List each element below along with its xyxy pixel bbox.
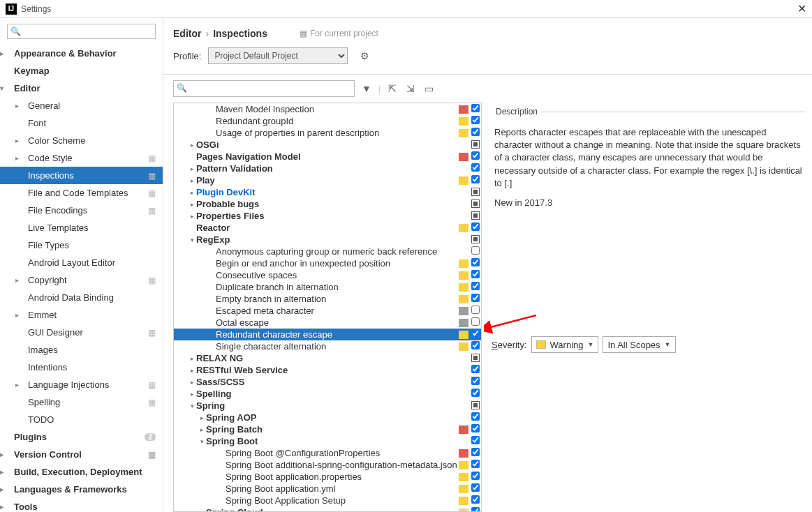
- collapse-icon[interactable]: ⇲: [404, 83, 417, 94]
- sidebar-item-todo[interactable]: TODO: [0, 411, 163, 428]
- inspection-item[interactable]: Usage of properties in parent descriptio…: [174, 127, 481, 139]
- sidebar-item-language-injections[interactable]: ▸Language Injections▦: [0, 376, 163, 393]
- inspection-checkbox[interactable]: [471, 317, 480, 326]
- inspection-item[interactable]: ▾Spring: [174, 400, 481, 412]
- inspection-checkbox[interactable]: [471, 104, 480, 112]
- settings-tree[interactable]: ▸Appearance & BehaviorKeymap▾Editor▸Gene…: [0, 45, 163, 512]
- reset-icon[interactable]: ▭: [422, 83, 435, 94]
- inspection-item[interactable]: ▸Play: [174, 174, 481, 186]
- sidebar-item-file-types[interactable]: File Types: [0, 236, 163, 254]
- sidebar-item-font[interactable]: Font: [0, 114, 163, 132]
- inspection-item[interactable]: ▸Probable bugs: [174, 198, 481, 210]
- inspection-checkbox[interactable]: [471, 116, 480, 124]
- inspection-item[interactable]: ▸Spring AOP: [174, 412, 481, 423]
- inspection-checkbox[interactable]: [471, 306, 480, 314]
- sidebar-item-intentions[interactable]: Intentions: [0, 359, 163, 376]
- inspection-item[interactable]: Redundant groupId: [174, 115, 481, 127]
- inspection-item[interactable]: Octal escape: [174, 317, 481, 329]
- inspection-checkbox[interactable]: [471, 258, 480, 266]
- inspection-checkbox[interactable]: [471, 365, 480, 373]
- inspection-item[interactable]: Redundant character escape: [174, 329, 481, 340]
- inspection-item[interactable]: ▸Spring Batch: [174, 423, 481, 435]
- inspection-checkbox[interactable]: [471, 223, 480, 231]
- inspection-checkbox[interactable]: [471, 128, 480, 136]
- inspection-item[interactable]: Spring Boot application.properties: [174, 471, 481, 483]
- expand-icon[interactable]: ⇱: [386, 83, 399, 94]
- checkbox-mixed[interactable]: [471, 401, 480, 409]
- sidebar-item-general[interactable]: ▸General: [0, 97, 163, 114]
- inspection-item[interactable]: ▸RELAX NG: [174, 352, 481, 364]
- sidebar-item-keymap[interactable]: Keymap: [0, 62, 163, 80]
- sidebar-item-tools[interactable]: ▸Tools: [0, 498, 163, 512]
- inspection-item[interactable]: Reactor: [174, 222, 481, 234]
- inspection-checkbox[interactable]: [471, 341, 480, 349]
- inspection-item[interactable]: Spring Boot application.yml: [174, 483, 481, 495]
- inspection-checkbox[interactable]: [471, 175, 480, 183]
- inspection-item[interactable]: Consecutive spaces: [174, 269, 481, 281]
- inspection-item[interactable]: Maven Model Inspection: [174, 103, 481, 115]
- inspection-checkbox[interactable]: [471, 246, 480, 255]
- inspection-item[interactable]: ▾Spring Boot: [174, 435, 481, 447]
- checkbox-mixed[interactable]: [471, 211, 480, 220]
- sidebar-item-file-and-code-templates[interactable]: File and Code Templates▦: [0, 184, 163, 202]
- inspection-checkbox[interactable]: [471, 460, 480, 468]
- checkbox-mixed[interactable]: [471, 188, 480, 196]
- sidebar-item-images[interactable]: Images: [0, 341, 163, 359]
- inspection-checkbox[interactable]: [471, 270, 480, 278]
- inspection-search-input[interactable]: [173, 80, 355, 97]
- sidebar-item-plugins[interactable]: Plugins2: [0, 428, 163, 446]
- checkbox-mixed[interactable]: [471, 235, 480, 243]
- checkbox-mixed[interactable]: [471, 199, 480, 208]
- inspection-item[interactable]: Duplicate branch in alternation: [174, 281, 481, 293]
- sidebar-search-input[interactable]: [7, 24, 156, 39]
- checkbox-mixed[interactable]: [471, 140, 480, 149]
- inspection-item[interactable]: ▸Pattern Validation: [174, 163, 481, 174]
- inspection-item[interactable]: Spring Boot Application Setup: [174, 495, 481, 506]
- inspection-item[interactable]: Spring Boot @ConfigurationProperties: [174, 447, 481, 459]
- sidebar-item-gui-designer[interactable]: GUI Designer▦: [0, 324, 163, 341]
- sidebar-item-build-execution-deployment[interactable]: ▸Build, Execution, Deployment: [0, 463, 163, 481]
- gear-icon[interactable]: ⚙: [360, 50, 369, 61]
- inspection-checkbox[interactable]: [471, 472, 480, 480]
- inspection-checkbox[interactable]: [471, 495, 480, 504]
- inspection-item[interactable]: ▸Properties Files: [174, 210, 481, 222]
- sidebar-item-file-encodings[interactable]: File Encodings▦: [0, 202, 163, 219]
- inspection-item[interactable]: Escaped meta character: [174, 305, 481, 317]
- close-button[interactable]: ✕: [797, 2, 806, 15]
- sidebar-item-copyright[interactable]: ▸Copyright▦: [0, 271, 163, 289]
- inspection-checkbox[interactable]: [471, 151, 480, 160]
- inspection-checkbox[interactable]: [471, 389, 480, 397]
- sidebar-item-android-layout-editor[interactable]: Android Layout Editor: [0, 254, 163, 271]
- inspection-checkbox[interactable]: [471, 377, 480, 385]
- sidebar-item-languages-frameworks[interactable]: ▸Languages & Frameworks: [0, 481, 163, 498]
- inspection-item[interactable]: ▸OSGi: [174, 139, 481, 151]
- inspection-item[interactable]: Begin or end anchor in unexpected positi…: [174, 257, 481, 269]
- sidebar-item-live-templates[interactable]: Live Templates: [0, 219, 163, 236]
- inspection-tree[interactable]: Maven Model InspectionRedundant groupIdU…: [173, 103, 482, 512]
- inspection-item[interactable]: ▸RESTful Web Service: [174, 364, 481, 376]
- sidebar-item-code-style[interactable]: ▸Code Style▦: [0, 149, 163, 167]
- sidebar-item-android-data-binding[interactable]: Android Data Binding: [0, 289, 163, 306]
- filter-icon[interactable]: ▼: [360, 83, 373, 94]
- inspection-item[interactable]: ▸Plugin DevKit: [174, 186, 481, 198]
- inspection-item[interactable]: ▸Spring Cloud: [174, 506, 481, 512]
- inspection-checkbox[interactable]: [471, 448, 480, 456]
- checkbox-mixed[interactable]: [471, 354, 480, 362]
- inspection-item[interactable]: Spring Boot additional-spring-configurat…: [174, 459, 481, 471]
- sidebar-item-appearance-behavior[interactable]: ▸Appearance & Behavior: [0, 45, 163, 62]
- sidebar-item-version-control[interactable]: ▸Version Control▦: [0, 446, 163, 463]
- inspection-checkbox[interactable]: [471, 163, 480, 172]
- inspection-checkbox[interactable]: [471, 412, 480, 421]
- sidebar-item-spelling[interactable]: Spelling▦: [0, 393, 163, 411]
- profile-select[interactable]: Project Default Project: [208, 47, 348, 64]
- sidebar-item-editor[interactable]: ▾Editor: [0, 80, 163, 97]
- inspection-item[interactable]: Pages Navigation Model: [174, 151, 481, 163]
- sidebar-item-inspections[interactable]: Inspections▦: [0, 167, 163, 184]
- inspection-item[interactable]: Single character alternation: [174, 340, 481, 352]
- sidebar-item-color-scheme[interactable]: ▸Color Scheme: [0, 132, 163, 149]
- severity-select[interactable]: Warning ▼: [531, 336, 599, 353]
- scope-select[interactable]: In All Scopes ▼: [603, 336, 675, 353]
- inspection-checkbox[interactable]: [471, 436, 480, 444]
- sidebar-item-emmet[interactable]: ▸Emmet: [0, 306, 163, 324]
- inspection-item[interactable]: Empty branch in alternation: [174, 293, 481, 305]
